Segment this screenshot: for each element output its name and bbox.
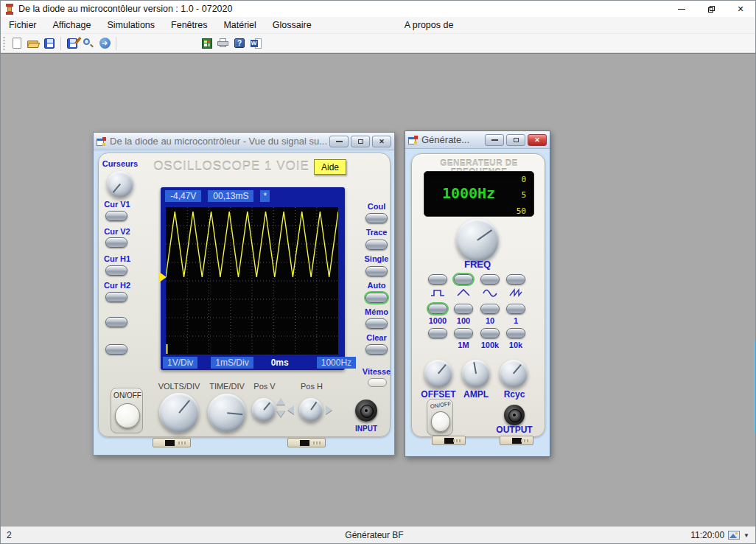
menu-a-propos-de[interactable]: A propos de xyxy=(396,18,462,32)
save-as-button[interactable] xyxy=(64,35,80,52)
vitesse-slider[interactable] xyxy=(368,378,387,387)
trigger-marker[interactable] xyxy=(159,272,167,282)
restore-icon xyxy=(514,138,519,142)
caret-down-icon[interactable]: ▼ xyxy=(743,532,749,539)
go-button[interactable]: ➜ xyxy=(97,35,113,52)
generator-titlebar[interactable]: Générate... ✕ xyxy=(405,131,550,149)
generator-title: Générate... xyxy=(421,134,485,145)
minimize-button[interactable] xyxy=(667,1,696,17)
menu-affichage[interactable]: Affichage xyxy=(45,18,99,32)
picture-icon[interactable] xyxy=(728,531,740,540)
pos-h-right-arrow-icon[interactable] xyxy=(326,405,332,414)
restore-button[interactable] xyxy=(696,1,726,17)
menu-glossaire[interactable]: Glossaire xyxy=(265,18,320,32)
single-button[interactable] xyxy=(365,266,388,276)
scope-power-button[interactable] xyxy=(115,403,140,428)
clear-button[interactable] xyxy=(365,344,388,355)
freq-label: FREQ xyxy=(455,259,500,270)
display-side-value-1: 0 xyxy=(511,175,526,184)
cursors-label: Curseurs xyxy=(102,159,139,168)
frequency-value: 1000Hz xyxy=(432,184,505,202)
cur-h1-button[interactable] xyxy=(105,265,127,276)
waveform-sine-button[interactable] xyxy=(480,274,500,285)
range-extra-button[interactable] xyxy=(428,328,447,338)
range-100k-button[interactable] xyxy=(480,328,500,338)
aide-button[interactable]: Aide xyxy=(314,159,346,175)
generator-display: 1000Hz 0 5 50 xyxy=(424,171,534,217)
triangle-wave-icon xyxy=(455,287,472,297)
coul-button[interactable] xyxy=(365,213,388,223)
menu-fichier[interactable]: Fichier xyxy=(1,18,45,32)
menu-fenetres[interactable]: Fenêtres xyxy=(163,18,215,32)
ampl-knob[interactable] xyxy=(462,360,490,388)
close-icon: ✕ xyxy=(379,138,385,145)
spare-button-2[interactable] xyxy=(105,344,127,355)
toolbar-grip[interactable] xyxy=(2,36,6,51)
word-export-button[interactable]: W xyxy=(248,35,264,52)
rcyc-knob[interactable] xyxy=(500,360,528,388)
volts-div-knob[interactable] xyxy=(159,393,199,433)
restore-icon xyxy=(358,139,363,144)
offset-knob[interactable] xyxy=(424,360,452,388)
range-1m-label: 1M xyxy=(451,341,476,349)
generator-close-button[interactable]: ✕ xyxy=(528,134,547,146)
range-10-button[interactable] xyxy=(480,304,500,314)
open-file-button[interactable] xyxy=(25,35,41,52)
input-bnc-connector[interactable] xyxy=(355,400,377,422)
cur-v2-button[interactable] xyxy=(105,237,127,248)
range-100-button[interactable] xyxy=(454,304,473,314)
output-bnc-connector[interactable] xyxy=(504,405,525,425)
pos-v-knob[interactable] xyxy=(252,398,276,422)
range-1-label: 1 xyxy=(503,316,528,325)
generator-power-button[interactable] xyxy=(431,411,450,432)
cursors-knob[interactable] xyxy=(107,171,133,198)
waveform-sawtooth-button[interactable] xyxy=(506,274,525,285)
form-icon xyxy=(408,136,418,144)
ampl-label: AMPL xyxy=(457,389,495,400)
spare-button-1[interactable] xyxy=(105,317,127,327)
range-100k-label: 100k xyxy=(477,341,503,349)
main-titlebar[interactable]: De la diode au microcontôleur version : … xyxy=(1,1,755,17)
pos-h-left-arrow-icon[interactable] xyxy=(287,405,294,414)
status-page-number: 2 xyxy=(1,530,163,540)
time-div-knob[interactable] xyxy=(208,394,246,432)
range-10k-button[interactable] xyxy=(506,328,525,338)
zoom-button[interactable] xyxy=(80,35,97,52)
freq-knob[interactable] xyxy=(456,219,499,262)
new-document-button[interactable] xyxy=(9,35,25,52)
menu-simulations[interactable]: Simulations xyxy=(99,18,163,32)
scope-foot-left xyxy=(153,438,191,447)
waveform-triangle-button[interactable] xyxy=(454,274,473,285)
sine-wave-icon xyxy=(482,287,498,297)
pos-v-up-arrow-icon[interactable] xyxy=(276,398,285,405)
flag-readout: * xyxy=(260,190,270,202)
pos-h-knob[interactable] xyxy=(299,398,323,422)
memo-button[interactable] xyxy=(365,318,388,329)
generator-foot-left xyxy=(432,436,466,445)
close-button[interactable]: ✕ xyxy=(726,1,755,17)
scope-close-button[interactable]: ✕ xyxy=(372,136,391,147)
generator-minimize-button[interactable] xyxy=(485,134,504,146)
auto-button[interactable] xyxy=(365,293,388,303)
save-button[interactable] xyxy=(41,35,57,52)
mdi-area: De la diode au microcontrôleur - Vue du … xyxy=(1,53,756,528)
menu-materiel[interactable]: Matériel xyxy=(215,18,264,32)
help-button[interactable]: ? xyxy=(231,35,248,52)
trace-button[interactable] xyxy=(365,240,388,250)
range-1-button[interactable] xyxy=(506,304,525,314)
range-1m-button[interactable] xyxy=(454,328,473,338)
scope-restore-button[interactable] xyxy=(351,136,370,147)
range-1000-button[interactable] xyxy=(428,304,447,314)
print-button[interactable] xyxy=(215,35,231,52)
pos-v-down-arrow-icon[interactable] xyxy=(276,411,285,417)
cur-v1-button[interactable] xyxy=(105,211,127,221)
cur-h2-button[interactable] xyxy=(105,292,127,302)
calculator-button[interactable] xyxy=(199,35,215,52)
waveform-square-button[interactable] xyxy=(428,274,447,285)
generator-restore-button[interactable] xyxy=(506,134,525,146)
display-side-value-3: 50 xyxy=(511,206,526,216)
oscilloscope-titlebar[interactable]: De la diode au microcontrôleur - Vue du … xyxy=(94,133,394,150)
scope-minimize-button[interactable] xyxy=(329,136,349,147)
range-1000-label: 1000 xyxy=(425,316,450,325)
generator-window: Générate... ✕ GENERATEUR DE FREQUENCE 10… xyxy=(405,130,550,457)
